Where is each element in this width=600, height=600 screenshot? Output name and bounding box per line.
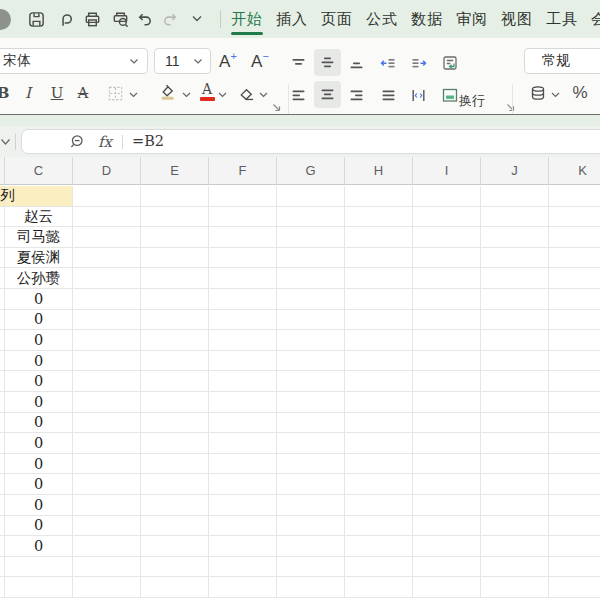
cell-D18[interactable] (73, 536, 141, 556)
merge-cells-button[interactable] (438, 83, 462, 107)
cell-K15[interactable] (549, 474, 600, 494)
cell-E9[interactable] (141, 351, 209, 371)
formula-text[interactable]: =B2 (132, 133, 164, 149)
clear-format-button[interactable] (234, 81, 258, 105)
decrease-indent-button[interactable] (376, 51, 400, 75)
cell-H8[interactable] (345, 330, 413, 350)
cell-I4[interactable] (413, 248, 481, 268)
cell-I13[interactable] (413, 433, 481, 453)
cell-D9[interactable] (73, 351, 141, 371)
cell-F5[interactable] (209, 268, 277, 288)
formula-input[interactable]: fx =B2 (21, 129, 600, 154)
cell-C4[interactable]: 夏侯渊 (5, 248, 73, 268)
cell-J13[interactable] (481, 433, 549, 453)
cell-F16[interactable] (209, 495, 277, 515)
column-header-D[interactable]: D (73, 157, 141, 184)
cell-C12[interactable]: 0 (5, 413, 73, 433)
cell-E13[interactable] (141, 433, 209, 453)
cell-D12[interactable] (73, 413, 141, 433)
cell-E5[interactable] (141, 268, 209, 288)
cell-J7[interactable] (481, 310, 549, 330)
cell-J16[interactable] (481, 495, 549, 515)
cell-C1[interactable]: 列 (5, 186, 73, 206)
cell-H7[interactable] (345, 310, 413, 330)
cell-J17[interactable] (481, 516, 549, 536)
cell-D20[interactable] (73, 577, 141, 597)
app-avatar[interactable] (0, 9, 11, 30)
cell-J14[interactable] (481, 454, 549, 474)
cell-F15[interactable] (209, 474, 277, 494)
tab-review[interactable]: 审阅 (455, 1, 489, 38)
cell-I18[interactable] (413, 536, 481, 556)
cell-I3[interactable] (413, 227, 481, 247)
cell-E14[interactable] (141, 454, 209, 474)
cell-C16[interactable]: 0 (5, 495, 73, 515)
cell-F2[interactable] (209, 207, 277, 227)
cell-D14[interactable] (73, 454, 141, 474)
cell-F18[interactable] (209, 536, 277, 556)
cell-C19[interactable] (5, 557, 73, 577)
cell-G5[interactable] (277, 268, 345, 288)
cell-J20[interactable] (481, 577, 549, 597)
cell-H1[interactable] (345, 186, 413, 206)
cell-F3[interactable] (209, 227, 277, 247)
borders-dropdown[interactable] (126, 83, 140, 107)
cell-K7[interactable] (549, 310, 600, 330)
cell-I7[interactable] (413, 310, 481, 330)
cell-J12[interactable] (481, 413, 549, 433)
cell-J15[interactable] (481, 474, 549, 494)
cell-H6[interactable] (345, 289, 413, 309)
underline-button[interactable]: U (45, 81, 69, 105)
cell-C7[interactable]: 0 (5, 310, 73, 330)
cell-G2[interactable] (277, 207, 345, 227)
cell-G11[interactable] (277, 392, 345, 412)
font-size-select[interactable]: 11 (154, 48, 211, 74)
tab-formulas[interactable]: 公式 (365, 1, 399, 38)
cell-J10[interactable] (481, 371, 549, 391)
cell-E10[interactable] (141, 371, 209, 391)
cell-D5[interactable] (73, 268, 141, 288)
redo-button[interactable] (158, 7, 182, 31)
column-header-F[interactable]: F (209, 157, 277, 184)
cell-G13[interactable] (277, 433, 345, 453)
cell-I1[interactable] (413, 186, 481, 206)
print-button[interactable] (80, 7, 104, 31)
cell-K19[interactable] (549, 557, 600, 577)
cell-E17[interactable] (141, 516, 209, 536)
cell-E1[interactable] (141, 186, 209, 206)
cell-K5[interactable] (549, 268, 600, 288)
cell-I20[interactable] (413, 577, 481, 597)
cell-I11[interactable] (413, 392, 481, 412)
cell-E11[interactable] (141, 392, 209, 412)
cell-E2[interactable] (141, 207, 209, 227)
cell-H14[interactable] (345, 454, 413, 474)
cell-D1[interactable] (73, 186, 141, 206)
cell-J5[interactable] (481, 268, 549, 288)
cell-K16[interactable] (549, 495, 600, 515)
cell-C9[interactable]: 0 (5, 351, 73, 371)
cell-I17[interactable] (413, 516, 481, 536)
cell-H11[interactable] (345, 392, 413, 412)
cell-F1[interactable] (209, 186, 277, 206)
align-middle-button[interactable] (314, 49, 341, 76)
cell-G8[interactable] (277, 330, 345, 350)
cell-F11[interactable] (209, 392, 277, 412)
cell-H13[interactable] (345, 433, 413, 453)
cell-K11[interactable] (549, 392, 600, 412)
cell-E3[interactable] (141, 227, 209, 247)
cell-D13[interactable] (73, 433, 141, 453)
align-left-button[interactable] (286, 83, 310, 107)
cell-I19[interactable] (413, 557, 481, 577)
align-bottom-button[interactable] (344, 51, 368, 75)
name-box-dropdown[interactable] (0, 138, 11, 146)
cell-K13[interactable] (549, 433, 600, 453)
cell-G3[interactable] (277, 227, 345, 247)
cell-E6[interactable] (141, 289, 209, 309)
save-button[interactable] (24, 7, 48, 31)
cell-D15[interactable] (73, 474, 141, 494)
cell-K8[interactable] (549, 330, 600, 350)
wrap-text-label[interactable]: 换行 (459, 92, 485, 110)
cell-H9[interactable] (345, 351, 413, 371)
currency-format-button[interactable] (526, 81, 550, 105)
cell-G9[interactable] (277, 351, 345, 371)
